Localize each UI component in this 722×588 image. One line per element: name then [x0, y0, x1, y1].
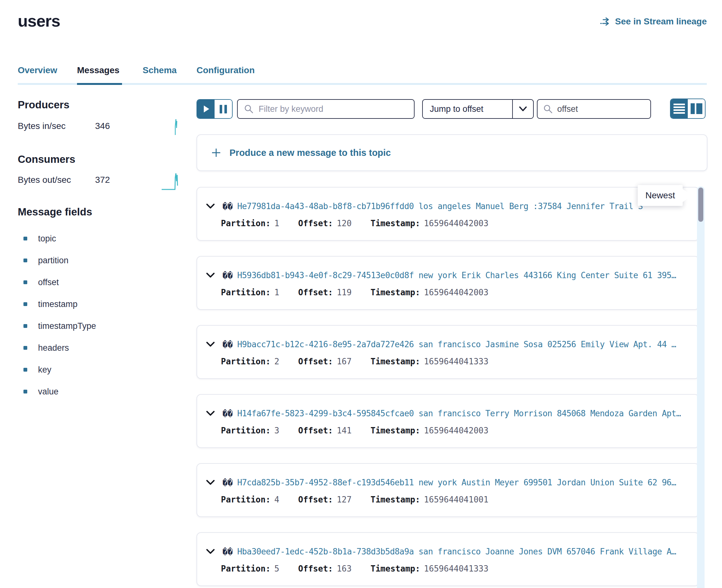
offset-value: 163 [336, 564, 351, 573]
message-list-scrollbar-track[interactable] [697, 186, 705, 588]
tab-overview[interactable]: Overview [18, 65, 57, 76]
play-icon [204, 105, 209, 112]
bytes-out-label: Bytes out/sec [18, 175, 71, 185]
expand-chevron-icon[interactable] [206, 341, 215, 347]
expand-chevron-icon[interactable] [206, 203, 215, 209]
field-item-key[interactable]: key [23, 364, 96, 375]
expand-chevron-icon[interactable] [206, 272, 215, 278]
tab-schema[interactable]: Schema [143, 65, 177, 76]
timestamp-value: 1659644042003 [424, 288, 489, 297]
offset-search-input[interactable] [557, 104, 669, 114]
timestamp-value: 1659644041333 [424, 357, 489, 366]
field-item-partition[interactable]: partition [23, 255, 96, 266]
filter-keyword-input[interactable] [259, 104, 408, 114]
message-header[interactable]: �� H5936db81-b943-4e0f-8c29-74513e0c0d8f… [206, 269, 692, 281]
list-view-button[interactable] [671, 99, 688, 118]
message-key: H7cda825b-35b7-4952-88ef-c193d546eb11 ne… [238, 478, 676, 487]
key-glyphs: �� [223, 409, 233, 419]
produce-message-label: Produce a new message to this topic [229, 148, 391, 158]
lineage-link-label: See in Stream lineage [615, 17, 707, 27]
chevron-down-icon [512, 100, 533, 118]
tab-messages[interactable]: Messages [77, 65, 120, 76]
pause-button[interactable] [214, 100, 232, 118]
bytes-in-label: Bytes in/sec [18, 121, 66, 131]
message-key: He77981da-4a43-48ab-b8f8-cb71b96ffdd0 lo… [238, 202, 643, 211]
message-meta: Partition:1 Offset:119 Timestamp:1659644… [221, 288, 502, 299]
field-item-topic[interactable]: topic [23, 233, 96, 244]
field-bullet-icon [23, 324, 27, 328]
message-key: Hba30eed7-1edc-452b-8b1a-738d3b5d8a9a sa… [238, 547, 676, 556]
producers-heading: Producers [18, 99, 69, 111]
key-glyphs: �� [223, 271, 233, 280]
message-header[interactable]: �� H7cda825b-35b7-4952-88ef-c193d546eb11… [206, 477, 692, 488]
timestamp-value: 1659644042003 [424, 426, 489, 435]
key-glyphs: �� [223, 340, 233, 350]
list-view-icon [674, 104, 685, 105]
filter-keyword-field [237, 99, 415, 119]
message-meta: Partition:2 Offset:167 Timestamp:1659644… [221, 357, 502, 368]
message-meta: Partition:3 Offset:141 Timestamp:1659644… [221, 426, 502, 437]
expand-chevron-icon[interactable] [206, 480, 215, 485]
key-glyphs: �� [223, 547, 233, 556]
produce-message-button[interactable]: Produce a new message to this topic [197, 134, 707, 171]
key-glyphs: �� [223, 202, 233, 211]
bytes-in-sparkline [171, 118, 179, 137]
field-item-headers[interactable]: headers [23, 342, 96, 353]
message-header[interactable]: �� H9bacc71c-b12c-4216-8e95-2a7da727e426… [206, 338, 692, 350]
message-fields-list: topic partition offset timestamp timesta… [23, 233, 96, 408]
message-row: �� Hba30eed7-1edc-452b-8b1a-738d3b5d8a9a… [197, 532, 699, 586]
search-icon [244, 104, 253, 114]
message-key: H14fa67fe-5823-4299-b3c4-595845cfcae0 sa… [238, 409, 681, 418]
play-button[interactable] [197, 100, 214, 118]
offset-search-field [537, 99, 651, 119]
message-meta: Partition:5 Offset:163 Timestamp:1659644… [221, 564, 502, 575]
tab-configuration[interactable]: Configuration [197, 65, 255, 76]
timestamp-value: 1659644041001 [424, 495, 489, 504]
pause-icon [224, 105, 227, 113]
partition-value: 3 [274, 426, 280, 435]
page-title: users [18, 12, 60, 30]
message-header[interactable]: �� H14fa67fe-5823-4299-b3c4-595845cfcae0… [206, 407, 692, 419]
expand-chevron-icon[interactable] [206, 411, 215, 416]
message-header[interactable]: �� Hba30eed7-1edc-452b-8b1a-738d3b5d8a9a… [206, 546, 692, 558]
field-bullet-icon [23, 302, 27, 306]
newest-tooltip: Newest [638, 185, 683, 206]
offset-value: 119 [336, 288, 351, 297]
field-bullet-icon [23, 280, 27, 284]
field-item-value[interactable]: value [23, 386, 96, 397]
plus-icon [211, 148, 221, 158]
offset-value: 141 [336, 426, 351, 435]
message-meta: Partition:4 Offset:127 Timestamp:1659644… [221, 495, 502, 506]
message-meta: Partition:1 Offset:120 Timestamp:1659644… [221, 218, 502, 230]
partition-value: 1 [274, 288, 280, 297]
column-view-button[interactable] [688, 99, 705, 118]
newest-tooltip-label: Newest [645, 190, 675, 201]
jump-to-offset-select[interactable]: Jump to offset [422, 99, 534, 119]
timestamp-value: 1659644042003 [424, 218, 489, 228]
message-fields-heading: Message fields [18, 206, 92, 218]
message-row: �� He77981da-4a43-48ab-b8f8-cb71b96ffdd0… [197, 187, 699, 241]
field-item-offset[interactable]: offset [23, 277, 96, 288]
partition-value: 2 [274, 357, 280, 366]
field-bullet-icon [23, 237, 27, 240]
message-row: �� H9bacc71c-b12c-4216-8e95-2a7da727e426… [197, 325, 699, 379]
offset-value: 120 [336, 218, 351, 228]
key-glyphs: �� [223, 478, 233, 487]
expand-chevron-icon[interactable] [206, 549, 215, 554]
message-row: �� H7cda825b-35b7-4952-88ef-c193d546eb11… [197, 463, 699, 517]
bytes-out-sparkline [161, 172, 182, 192]
offset-value: 167 [336, 357, 351, 366]
partition-value: 1 [274, 218, 280, 228]
message-header[interactable]: �� He77981da-4a43-48ab-b8f8-cb71b96ffdd0… [206, 200, 692, 212]
timestamp-value: 1659644041333 [424, 564, 489, 573]
tab-active-indicator [77, 83, 122, 85]
bytes-out-value: 372 [95, 175, 110, 185]
field-item-timestamp[interactable]: timestamp [23, 299, 96, 310]
offset-value: 127 [336, 495, 351, 504]
column-view-icon [690, 103, 695, 114]
partition-value: 4 [274, 495, 280, 504]
see-in-stream-lineage-link[interactable]: See in Stream lineage [600, 17, 707, 27]
message-list-scrollbar-thumb[interactable] [698, 188, 703, 222]
field-item-timestamptype[interactable]: timestampType [23, 321, 96, 331]
pause-icon [220, 105, 222, 113]
